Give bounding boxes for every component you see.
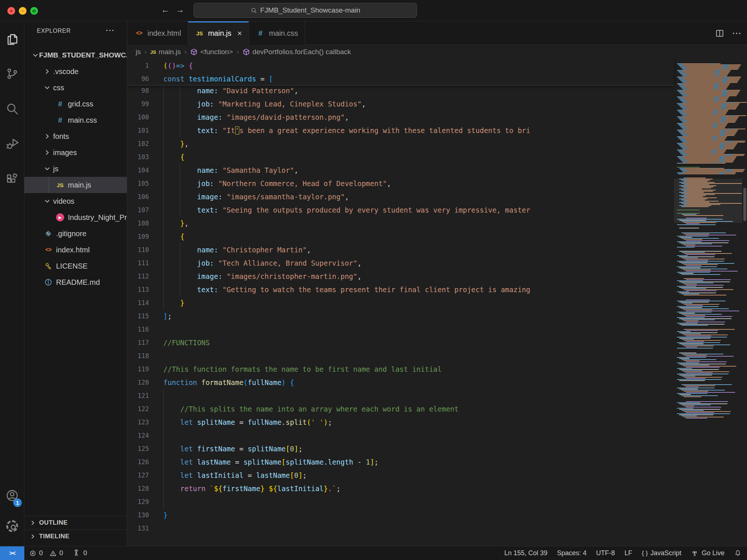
zoom-window-button[interactable]: ⊘ (30, 7, 38, 15)
code-line-120[interactable]: 120function formatName(fullName) { (128, 376, 673, 389)
code-line-111[interactable]: 111 job: "Tech Alliance, Brand Superviso… (128, 256, 673, 270)
code-line-109[interactable]: 109 { (128, 230, 673, 243)
code-line-100[interactable]: 100 image: "images/david-patterson.png", (128, 111, 673, 124)
code-line-98[interactable]: 98 name: "David Patterson", (128, 84, 673, 97)
tree-file-industry-night-pro-[interactable]: ▶Industry_Night_Pro... (24, 209, 127, 225)
explorer-more-actions-button[interactable]: ⋯ (105, 25, 115, 35)
code-line-108[interactable]: 108 }, (128, 217, 673, 230)
breadcrumb-item[interactable]: JSmain.js (150, 48, 181, 56)
breadcrumb-item[interactable]: js (136, 48, 141, 56)
command-center-search[interactable]: FJMB_Student_Showcase-main (194, 3, 417, 18)
tree-folder-js[interactable]: js (24, 161, 127, 177)
problems-status[interactable]: 00 (24, 546, 68, 560)
status-go-live[interactable]: Go Live (686, 546, 729, 560)
close-window-button[interactable]: × (7, 7, 15, 15)
activity-extensions-icon[interactable] (0, 166, 24, 192)
tree-file--gitignore[interactable]: .gitignore (24, 225, 127, 242)
code-line-102[interactable]: 102 }, (128, 137, 673, 150)
history-forward-button[interactable]: → (174, 5, 186, 15)
code-line-121[interactable]: 121 (128, 389, 673, 402)
code-line-128[interactable]: 128 return `${firstName} ${lastInitial}.… (128, 482, 673, 495)
code-line-113[interactable]: 113 text: "Getting to watch the teams pr… (128, 283, 673, 296)
code-line-96[interactable]: 96const testimonialCards = [ (128, 72, 674, 85)
tab-main-js[interactable]: JSmain.js× (188, 21, 249, 45)
tree-folder-fonts[interactable]: fonts (24, 128, 127, 144)
activity-run-debug-icon[interactable] (0, 131, 24, 157)
code-line-118[interactable]: 118 (128, 349, 673, 363)
tree-folder-videos[interactable]: videos (24, 193, 127, 209)
activity-accounts-icon[interactable]: 1 (0, 483, 24, 508)
code-line-122[interactable]: 122 //This splits the name into an array… (128, 402, 673, 416)
chevron-right-icon (29, 519, 36, 526)
code-line-131[interactable]: 131 (128, 522, 673, 535)
breadcrumb[interactable]: js›JSmain.js›<function>›devPortfolios.fo… (128, 45, 747, 59)
status-cursor-position[interactable]: Ln 155, Col 39 (500, 546, 552, 560)
code-editor[interactable]: 97 {98 name: "David Patterson",99 job: "… (128, 59, 747, 546)
ports-status[interactable]: 0 (68, 546, 92, 560)
minimap-row (679, 132, 737, 133)
status-encoding[interactable]: UTF-8 (591, 546, 620, 560)
status-language-mode[interactable]: { }JavaScript (637, 546, 686, 560)
code-line-106[interactable]: 106 image: "images/samantha-taylor.png", (128, 190, 673, 203)
code-line-101[interactable]: 101 text: "It's been a great experience … (128, 124, 673, 137)
broadcast-icon (691, 549, 699, 557)
code-line-129[interactable]: 129 (128, 495, 673, 508)
close-tab-icon[interactable]: × (237, 29, 242, 38)
breadcrumb-item[interactable]: <function> (190, 48, 233, 56)
code-line-104[interactable]: 104 name: "Samantha Taylor", (128, 164, 673, 177)
code-line-99[interactable]: 99 job: "Marketing Lead, Cineplex Studio… (128, 97, 673, 111)
tab-index-html[interactable]: <>index.html (128, 21, 188, 45)
history-back-button[interactable]: ← (159, 5, 171, 15)
minimap-row (677, 393, 708, 394)
remote-indicator[interactable]: >< (0, 546, 24, 560)
tree-file-grid-css[interactable]: #grid.css (24, 96, 127, 112)
code-line-103[interactable]: 103 { (128, 150, 673, 164)
line-number: 105 (128, 177, 149, 190)
code-line-110[interactable]: 110 name: "Christopher Martin", (128, 243, 673, 256)
tree-folder-images[interactable]: images (24, 144, 127, 161)
code-line-127[interactable]: 127 let lastInitial = lastName[0]; (128, 469, 673, 482)
code-line-123[interactable]: 123 let splitName = fullName.split(' '); (128, 416, 673, 429)
activity-explorer-icon[interactable] (0, 26, 24, 52)
sidebar-section-timeline[interactable]: TIMELINE (24, 529, 127, 543)
tree-file-license[interactable]: LICENSE (24, 258, 127, 274)
code-line-117[interactable]: 117//FUNCTIONS (128, 336, 673, 349)
tree-file-readme-md[interactable]: README.md (24, 274, 127, 290)
tree-folder-fjmb-student-showc-[interactable]: FJMB_STUDENT_SHOWC... (24, 47, 127, 63)
tree-folder--vscode[interactable]: .vscode (24, 63, 127, 80)
split-editor-icon[interactable] (715, 28, 725, 38)
code-line-130[interactable]: 130} (128, 508, 673, 522)
activity-search-icon[interactable] (0, 96, 24, 122)
tab-main-css[interactable]: #main.css (249, 21, 305, 45)
minimap-slider[interactable] (674, 179, 742, 223)
status-eol[interactable]: LF (620, 546, 637, 560)
more-actions-icon[interactable]: ⋯ (732, 28, 742, 39)
status-notifications[interactable] (729, 546, 747, 560)
code-line-105[interactable]: 105 job: "Northern Commerce, Head of Dev… (128, 177, 673, 190)
breadcrumb-item[interactable]: devPortfolios.forEach() callback (243, 48, 351, 56)
minimap-row (679, 414, 713, 415)
code-line-115[interactable]: 115]; (128, 309, 673, 323)
minimize-window-button[interactable]: − (19, 7, 27, 15)
vertical-scrollbar[interactable] (743, 188, 746, 221)
activity-settings-icon[interactable] (0, 513, 24, 539)
code-line-1[interactable]: 1(()=> { (128, 59, 674, 72)
code-line-112[interactable]: 112 image: "images/christopher-martin.pn… (128, 270, 673, 283)
tree-folder-css[interactable]: css (24, 80, 127, 96)
tree-file-index-html[interactable]: <>index.html (24, 242, 127, 258)
tree-file-main-js[interactable]: JSmain.js (24, 177, 127, 193)
minimap-row (677, 150, 726, 150)
code-line-114[interactable]: 114 } (128, 296, 673, 309)
code-line-124[interactable]: 124 (128, 429, 673, 442)
activity-source-control-icon[interactable] (0, 61, 24, 87)
minimap[interactable] (674, 59, 742, 546)
sidebar-section-outline[interactable]: OUTLINE (24, 516, 127, 529)
code-line-107[interactable]: 107 text: "Seeing the outputs produced b… (128, 203, 673, 217)
code-line-116[interactable]: 116 (128, 323, 673, 336)
code-line-125[interactable]: 125 let firstName = splitName[0]; (128, 442, 673, 455)
code-line-119[interactable]: 119//This function formats the name to b… (128, 363, 673, 376)
tree-file-main-css[interactable]: #main.css (24, 112, 127, 128)
sticky-scroll[interactable]: 1(()=> {96const testimonialCards = [ (128, 59, 674, 85)
status-indentation[interactable]: Spaces: 4 (552, 546, 591, 560)
code-line-126[interactable]: 126 let lastName = splitName[splitName.l… (128, 455, 673, 469)
